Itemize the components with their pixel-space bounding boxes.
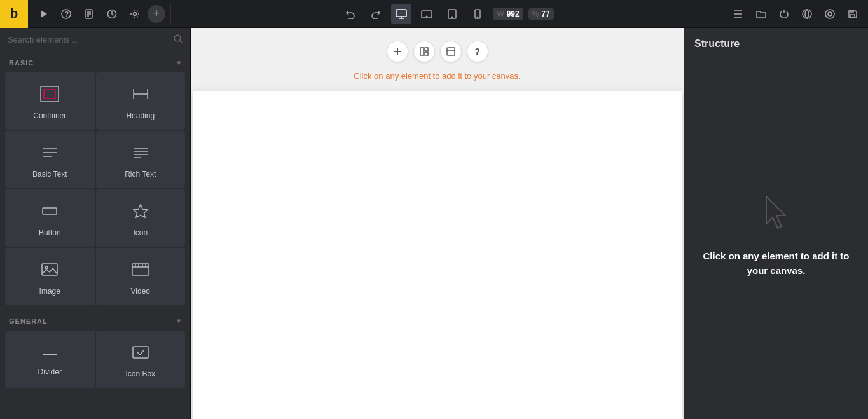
element-label-button: Button: [39, 228, 61, 237]
mobile-view-button[interactable]: [467, 4, 488, 24]
search-input[interactable]: [8, 35, 169, 45]
help-button[interactable]: ?: [56, 4, 76, 24]
structure-title: Structure: [694, 38, 858, 50]
element-card-container[interactable]: Container: [5, 72, 95, 130]
left-sidebar: BASIC ▾ Container: [0, 28, 191, 419]
element-card-button[interactable]: Button: [5, 189, 95, 247]
element-label-rich-text: Rich Text: [125, 170, 156, 179]
document-button[interactable]: [79, 4, 99, 24]
element-card-video[interactable]: Video: [96, 248, 186, 305]
canvas-white-area[interactable]: [193, 91, 682, 419]
percent-input[interactable]: % 77: [528, 8, 554, 20]
structure-hint: Click on any element to add it to your c…: [694, 249, 858, 278]
canvas-add-button[interactable]: [387, 41, 408, 62]
canvas-help-button[interactable]: ?: [467, 41, 488, 62]
element-card-basic-text[interactable]: Basic Text: [5, 131, 95, 188]
percent-label: %: [532, 10, 539, 18]
element-card-heading[interactable]: Heading: [96, 72, 186, 130]
svg-point-15: [451, 17, 453, 18]
width-input[interactable]: W 992: [493, 8, 523, 20]
canvas-template-button[interactable]: [440, 41, 462, 62]
canvas-area: ? Click on any element to add it to your…: [191, 28, 684, 419]
save-button[interactable]: [843, 4, 863, 24]
preview-button[interactable]: [820, 4, 840, 24]
svg-rect-44: [132, 264, 149, 275]
element-card-icon[interactable]: Icon: [96, 189, 186, 247]
cursor-icon: [759, 193, 794, 237]
svg-marker-41: [134, 205, 148, 217]
canvas-toolbar: ?: [387, 41, 488, 62]
divider-icon: [40, 345, 59, 362]
canvas-layout-button[interactable]: [413, 41, 435, 62]
top-bar-center-tools: W 992 % 77: [171, 4, 723, 24]
width-value: 992: [507, 10, 520, 18]
tablet-wide-view-button[interactable]: [417, 4, 437, 24]
power-button[interactable]: [774, 4, 794, 24]
add-button[interactable]: +: [148, 5, 165, 23]
svg-point-21: [803, 10, 811, 18]
wordpress-button[interactable]: [797, 4, 817, 24]
rich-text-icon: [131, 144, 150, 165]
chevron-down-icon-general: ▾: [177, 317, 181, 326]
svg-point-22: [825, 10, 834, 18]
desktop-view-button[interactable]: [391, 4, 411, 24]
icon-icon: [131, 202, 150, 223]
svg-text:?: ?: [65, 11, 69, 18]
top-bar: b ? +: [0, 0, 868, 28]
general-element-grid: Divider Icon Box: [0, 331, 190, 393]
redo-button[interactable]: [366, 4, 386, 24]
svg-point-23: [828, 12, 832, 16]
search-bar: [0, 28, 190, 52]
svg-rect-55: [425, 48, 428, 51]
folder-button[interactable]: [751, 4, 771, 24]
structure-content: Click on any element to add it to your c…: [694, 62, 858, 409]
svg-point-43: [45, 266, 48, 269]
section-header-general[interactable]: GENERAL ▾: [0, 310, 190, 331]
svg-point-17: [477, 17, 478, 18]
svg-rect-9: [396, 10, 406, 17]
right-sidebar: Structure Click on any element to add it…: [684, 28, 868, 419]
chevron-down-icon: ▾: [177, 58, 181, 67]
undo-button[interactable]: [340, 4, 361, 24]
element-label-basic-text: Basic Text: [32, 170, 67, 179]
element-card-divider[interactable]: Divider: [5, 331, 95, 388]
icon-box-icon: [131, 343, 150, 364]
top-bar-right-tools: [723, 4, 868, 24]
settings-button[interactable]: [125, 4, 145, 24]
element-card-image[interactable]: Image: [5, 248, 95, 305]
svg-rect-57: [447, 48, 455, 55]
history-button[interactable]: [102, 4, 122, 24]
heading-icon: [131, 85, 150, 106]
play-button[interactable]: [33, 4, 53, 24]
element-label-divider: Divider: [38, 367, 62, 376]
canvas-hint: Click on any element to add it to your c…: [354, 71, 520, 81]
element-label-heading: Heading: [126, 111, 155, 120]
brand-logo: b: [0, 0, 28, 28]
svg-rect-54: [420, 48, 424, 55]
search-icon: [174, 34, 183, 45]
svg-rect-51: [133, 347, 148, 358]
svg-marker-0: [41, 10, 47, 18]
top-bar-left-tools: ? +: [28, 4, 171, 24]
element-label-container: Container: [33, 111, 66, 120]
section-label-general: GENERAL: [9, 317, 48, 325]
main-layout: BASIC ▾ Container: [0, 28, 868, 419]
element-card-icon-box[interactable]: Icon Box: [96, 331, 186, 388]
svg-rect-24: [851, 15, 855, 18]
element-label-icon: Icon: [133, 228, 148, 237]
tablet-view-button[interactable]: [442, 4, 462, 24]
svg-point-13: [426, 16, 427, 17]
svg-rect-56: [425, 52, 428, 55]
percent-value: 77: [541, 10, 549, 18]
image-icon: [40, 261, 59, 282]
video-icon: [131, 261, 150, 282]
element-label-video: Video: [131, 287, 150, 296]
section-label-basic: BASIC: [9, 59, 34, 67]
svg-rect-42: [42, 264, 57, 275]
basic-element-grid: Container Heading: [0, 72, 190, 310]
svg-line-27: [180, 41, 183, 43]
section-header-basic[interactable]: BASIC ▾: [0, 52, 190, 72]
element-label-icon-box: Icon Box: [125, 369, 155, 378]
element-card-rich-text[interactable]: Rich Text: [96, 131, 186, 188]
list-view-button[interactable]: [728, 4, 748, 24]
